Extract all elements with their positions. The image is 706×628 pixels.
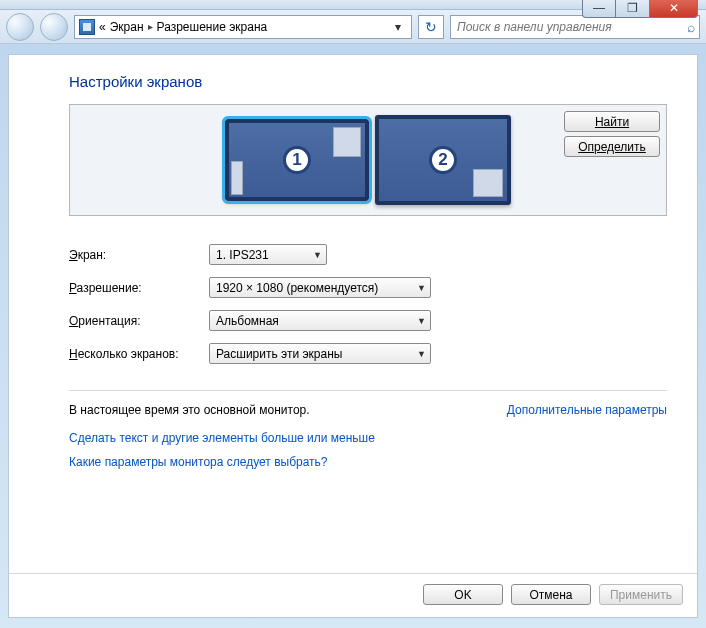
cancel-button[interactable]: Отмена xyxy=(511,584,591,605)
monitor-1[interactable]: 1 xyxy=(225,119,369,201)
main-monitor-status: В настоящее время это основной монитор. xyxy=(69,403,310,417)
orientation-select-value: Альбомная xyxy=(216,314,279,328)
chevron-down-icon: ▼ xyxy=(407,349,426,359)
multiple-displays-label: Несколько экранов: xyxy=(69,347,209,361)
refresh-button[interactable]: ↻ xyxy=(418,15,444,39)
maximize-button[interactable]: ❐ xyxy=(616,0,650,18)
content-area: Настройки экранов 1 2 Найти Определить xyxy=(9,55,697,573)
identify-button[interactable]: Определить xyxy=(564,136,660,157)
chevron-down-icon: ▼ xyxy=(407,316,426,326)
monitor-2-number: 2 xyxy=(429,146,457,174)
display-label: Экран: xyxy=(69,248,209,262)
display-select-value: 1. IPS231 xyxy=(216,248,269,262)
address-bar[interactable]: « Экран ▸ Разрешение экрана ▾ xyxy=(74,15,412,39)
close-button[interactable]: ✕ xyxy=(650,0,698,18)
resolution-select-value: 1920 × 1080 (рекомендуется) xyxy=(216,281,378,295)
control-panel-icon xyxy=(79,19,95,35)
page-title: Настройки экранов xyxy=(69,73,667,90)
which-settings-link[interactable]: Какие параметры монитора следует выбрать… xyxy=(69,455,667,469)
minimize-button[interactable]: — xyxy=(582,0,616,18)
monitor-2[interactable]: 2 xyxy=(375,115,511,205)
ok-button[interactable]: OK xyxy=(423,584,503,605)
dialog-footer: OK Отмена Применить xyxy=(9,573,697,609)
main-panel: Настройки экранов 1 2 Найти Определить xyxy=(8,54,698,618)
titlebar: — ❐ ✕ xyxy=(0,0,706,10)
window-decoration-icon xyxy=(333,127,361,157)
display-settings-form: Экран: 1. IPS231 ▼ Разрешение: 1920 × 10… xyxy=(69,244,667,364)
orientation-label: Ориентация: xyxy=(69,314,209,328)
resolution-label: Разрешение: xyxy=(69,281,209,295)
refresh-icon: ↻ xyxy=(425,19,437,35)
search-box[interactable]: ⌕ xyxy=(450,15,700,39)
search-input[interactable] xyxy=(455,19,687,35)
chevron-down-icon: ▼ xyxy=(407,283,426,293)
multiple-displays-select[interactable]: Расширить эти экраны ▼ xyxy=(209,343,431,364)
window-controls: — ❐ ✕ xyxy=(582,0,698,18)
display-select[interactable]: 1. IPS231 ▼ xyxy=(209,244,327,265)
text-size-link[interactable]: Сделать текст и другие элементы больше и… xyxy=(69,431,667,445)
forward-button[interactable] xyxy=(40,13,68,41)
resolution-select[interactable]: 1920 × 1080 (рекомендуется) ▼ xyxy=(209,277,431,298)
breadcrumb-resolution[interactable]: Разрешение экрана xyxy=(157,20,268,34)
chevron-down-icon: ▼ xyxy=(303,250,322,260)
multiple-displays-select-value: Расширить эти экраны xyxy=(216,347,342,361)
back-button[interactable] xyxy=(6,13,34,41)
find-button[interactable]: Найти xyxy=(564,111,660,132)
display-arrangement-area[interactable]: 1 2 Найти Определить xyxy=(69,104,667,216)
address-dropdown-icon[interactable]: ▾ xyxy=(389,16,407,38)
window-decoration-icon xyxy=(473,169,503,197)
display-side-buttons: Найти Определить xyxy=(564,111,660,157)
orientation-select[interactable]: Альбомная ▼ xyxy=(209,310,431,331)
taskbar-decoration-icon xyxy=(231,161,243,195)
help-links: Сделать текст и другие элементы больше и… xyxy=(69,431,667,469)
advanced-settings-link[interactable]: Дополнительные параметры xyxy=(507,403,667,417)
breadcrumb-prefix: « xyxy=(99,20,106,34)
monitor-1-number: 1 xyxy=(283,146,311,174)
status-line: В настоящее время это основной монитор. … xyxy=(69,390,667,417)
breadcrumb-display[interactable]: Экран xyxy=(110,20,144,34)
apply-button[interactable]: Применить xyxy=(599,584,683,605)
breadcrumb-sep-icon: ▸ xyxy=(148,21,153,32)
search-icon: ⌕ xyxy=(687,19,695,35)
